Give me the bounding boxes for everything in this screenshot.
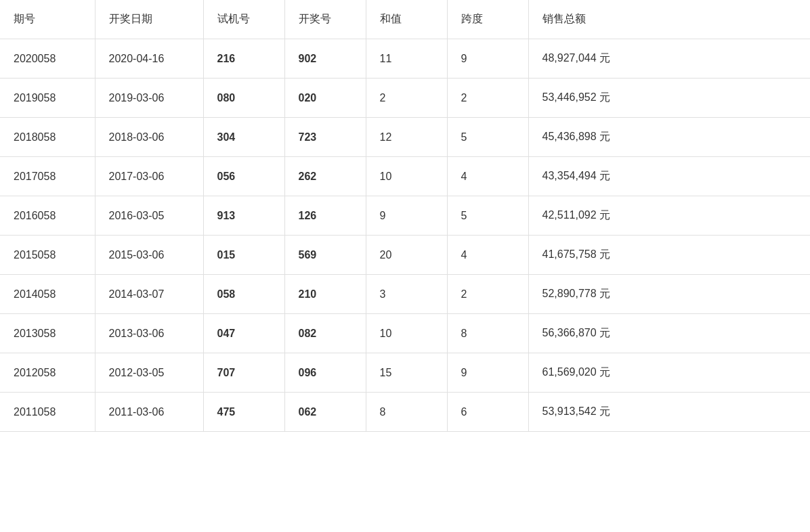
lottery-table: 期号 开奖日期 试机号 开奖号 和值 跨度 销售总额 20200582020-0… — [0, 0, 810, 432]
cell-date: 2013-03-06 — [95, 314, 203, 353]
cell-qihao: 2013058 — [0, 314, 95, 353]
header-row: 期号 开奖日期 试机号 开奖号 和值 跨度 销售总额 — [0, 0, 810, 39]
table-row: 20160582016-03-059131269542,511,092 元 — [0, 196, 810, 236]
cell-hezhi: 8 — [366, 393, 447, 432]
cell-hezhi: 3 — [366, 275, 447, 314]
cell-shijihao: 707 — [203, 353, 284, 393]
cell-kuadu: 8 — [447, 314, 528, 353]
cell-hezhi: 10 — [366, 157, 447, 196]
cell-kaijianghao: 096 — [284, 353, 366, 393]
cell-qihao: 2019058 — [0, 79, 95, 118]
table-row: 20150582015-03-0601556920441,675,758 元 — [0, 236, 810, 275]
cell-kaijianghao: 723 — [284, 118, 366, 157]
cell-date: 2019-03-06 — [95, 79, 203, 118]
main-container: 期号 开奖日期 试机号 开奖号 和值 跨度 销售总额 20200582020-0… — [0, 0, 810, 532]
cell-qihao: 2011058 — [0, 393, 95, 432]
cell-xiaoshou: 41,675,758 元 — [528, 236, 810, 275]
cell-date: 2014-03-07 — [95, 275, 203, 314]
cell-shijihao: 304 — [203, 118, 284, 157]
cell-hezhi: 9 — [366, 196, 447, 236]
table-row: 20170582017-03-0605626210443,354,494 元 — [0, 157, 810, 196]
cell-shijihao: 047 — [203, 314, 284, 353]
cell-kaijianghao: 569 — [284, 236, 366, 275]
cell-shijihao: 475 — [203, 393, 284, 432]
cell-kaijianghao: 126 — [284, 196, 366, 236]
cell-hezhi: 2 — [366, 79, 447, 118]
cell-date: 2016-03-05 — [95, 196, 203, 236]
cell-qihao: 2012058 — [0, 353, 95, 393]
col-header-qihao: 期号 — [0, 0, 95, 39]
cell-date: 2015-03-06 — [95, 236, 203, 275]
table-row: 20200582020-04-1621690211948,927,044 元 — [0, 39, 810, 79]
cell-xiaoshou: 42,511,092 元 — [528, 196, 810, 236]
cell-kaijianghao: 210 — [284, 275, 366, 314]
table-body: 20200582020-04-1621690211948,927,044 元20… — [0, 39, 810, 432]
cell-qihao: 2015058 — [0, 236, 95, 275]
cell-kuadu: 2 — [447, 79, 528, 118]
cell-xiaoshou: 43,354,494 元 — [528, 157, 810, 196]
cell-kaijianghao: 262 — [284, 157, 366, 196]
table-row: 20180582018-03-0630472312545,436,898 元 — [0, 118, 810, 157]
cell-date: 2012-03-05 — [95, 353, 203, 393]
cell-hezhi: 15 — [366, 353, 447, 393]
col-header-kuadu: 跨度 — [447, 0, 528, 39]
cell-date: 2020-04-16 — [95, 39, 203, 79]
cell-xiaoshou: 45,436,898 元 — [528, 118, 810, 157]
cell-date: 2011-03-06 — [95, 393, 203, 432]
cell-qihao: 2017058 — [0, 157, 95, 196]
cell-kaijianghao: 902 — [284, 39, 366, 79]
cell-xiaoshou: 52,890,778 元 — [528, 275, 810, 314]
cell-qihao: 2018058 — [0, 118, 95, 157]
cell-shijihao: 056 — [203, 157, 284, 196]
col-header-hezhi: 和值 — [366, 0, 447, 39]
cell-kaijianghao: 082 — [284, 314, 366, 353]
table-row: 20120582012-03-0570709615961,569,020 元 — [0, 353, 810, 393]
cell-kaijianghao: 062 — [284, 393, 366, 432]
table-row: 20130582013-03-0604708210856,366,870 元 — [0, 314, 810, 353]
cell-shijihao: 058 — [203, 275, 284, 314]
cell-xiaoshou: 61,569,020 元 — [528, 353, 810, 393]
table-header: 期号 开奖日期 试机号 开奖号 和值 跨度 销售总额 — [0, 0, 810, 39]
cell-qihao: 2020058 — [0, 39, 95, 79]
col-header-kaijianghao: 开奖号 — [284, 0, 366, 39]
cell-hezhi: 10 — [366, 314, 447, 353]
cell-kuadu: 9 — [447, 353, 528, 393]
cell-hezhi: 11 — [366, 39, 447, 79]
cell-kuadu: 2 — [447, 275, 528, 314]
cell-kaijianghao: 020 — [284, 79, 366, 118]
cell-qihao: 2016058 — [0, 196, 95, 236]
cell-date: 2017-03-06 — [95, 157, 203, 196]
table-row: 20110582011-03-064750628653,913,542 元 — [0, 393, 810, 432]
cell-shijihao: 216 — [203, 39, 284, 79]
cell-shijihao: 913 — [203, 196, 284, 236]
cell-shijihao: 015 — [203, 236, 284, 275]
col-header-xiaoshou: 销售总额 — [528, 0, 810, 39]
cell-xiaoshou: 56,366,870 元 — [528, 314, 810, 353]
cell-kuadu: 6 — [447, 393, 528, 432]
table-row: 20140582014-03-070582103252,890,778 元 — [0, 275, 810, 314]
col-header-shijihao: 试机号 — [203, 0, 284, 39]
cell-date: 2018-03-06 — [95, 118, 203, 157]
cell-kuadu: 9 — [447, 39, 528, 79]
cell-xiaoshou: 48,927,044 元 — [528, 39, 810, 79]
cell-kuadu: 5 — [447, 196, 528, 236]
cell-qihao: 2014058 — [0, 275, 95, 314]
cell-hezhi: 12 — [366, 118, 447, 157]
cell-shijihao: 080 — [203, 79, 284, 118]
col-header-date: 开奖日期 — [95, 0, 203, 39]
cell-xiaoshou: 53,913,542 元 — [528, 393, 810, 432]
cell-xiaoshou: 53,446,952 元 — [528, 79, 810, 118]
cell-kuadu: 5 — [447, 118, 528, 157]
cell-kuadu: 4 — [447, 157, 528, 196]
cell-hezhi: 20 — [366, 236, 447, 275]
cell-kuadu: 4 — [447, 236, 528, 275]
table-row: 20190582019-03-060800202253,446,952 元 — [0, 79, 810, 118]
